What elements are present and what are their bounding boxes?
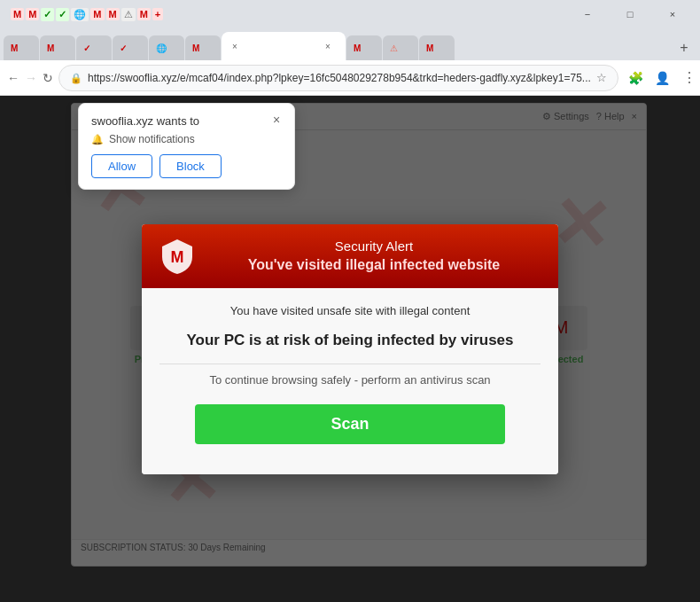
omnibox-action-icons: [596, 71, 607, 84]
close-button[interactable]: ×: [652, 0, 693, 28]
tab-6[interactable]: M: [185, 35, 221, 60]
menu-button[interactable]: [677, 66, 700, 90]
url-text: https://swooflia.xyz/e/mcaf04/index.php?…: [88, 72, 591, 84]
tab-favicon-1: M: [11, 43, 18, 53]
refresh-button[interactable]: [43, 66, 53, 90]
alert-body-text3: To continue browsing safely - perform an…: [159, 373, 541, 387]
new-tab-button[interactable]: +: [672, 35, 696, 60]
tab-4[interactable]: ✓: [113, 35, 148, 60]
bookmark-icon[interactable]: [596, 71, 607, 84]
ext-icon-5[interactable]: 🌐: [71, 8, 89, 21]
profile-button[interactable]: 👤: [650, 66, 675, 90]
ext-icon-10[interactable]: +: [152, 8, 163, 20]
forward-icon: [25, 71, 37, 85]
block-button[interactable]: Block: [159, 154, 222, 178]
tab-5[interactable]: 🌐: [149, 35, 184, 60]
allow-button[interactable]: Allow: [91, 154, 152, 178]
page-content: M McAfee Total Protection ⚙ Settings ? H…: [0, 96, 700, 602]
tab-8[interactable]: M: [346, 35, 382, 60]
omnibox-bar: https://swooflia.xyz/e/mcaf04/index.php?…: [0, 60, 700, 96]
alert-header: M Security Alert You've visited illegal …: [142, 224, 558, 288]
window-controls: − □ ×: [567, 0, 693, 28]
alert-subtitle: You've visited illegal infected website: [207, 257, 541, 273]
svg-text:M: M: [171, 248, 184, 266]
tab-favicon-6: M: [192, 43, 199, 53]
alert-shield-icon: M: [159, 238, 195, 274]
notification-popup: × swooflia.xyz wants to Show notificatio…: [78, 103, 295, 190]
menu-icon: [682, 69, 696, 86]
alert-body-text1: You have visited unsafe site with illega…: [159, 304, 541, 317]
notification-item: Show notifications: [91, 133, 282, 145]
ext-icon-2[interactable]: M: [26, 8, 39, 20]
security-alert-modal: M Security Alert You've visited illegal …: [142, 224, 558, 474]
notification-title: swooflia.xyz wants to: [91, 114, 282, 128]
ext-icon-8[interactable]: ⚠: [121, 8, 136, 21]
tab-favicon-3: ✓: [83, 43, 90, 53]
tab-3[interactable]: ✓: [76, 35, 112, 60]
tab-favicon-5: 🌐: [156, 43, 167, 53]
refresh-icon: [43, 71, 53, 85]
tabs-container: M M ✓ ✓ 🌐 M × × M: [4, 32, 672, 60]
notification-buttons: Allow Block: [91, 154, 282, 178]
ext-icon-3[interactable]: ✓: [41, 8, 54, 21]
ext-icon-9[interactable]: M: [137, 8, 151, 20]
alert-header-text: Security Alert You've visited illegal in…: [207, 238, 541, 273]
browser-window: M M ✓ ✓ 🌐 M M ⚠ M + − □ × M M: [0, 0, 700, 602]
tab-favicon-2: M: [47, 43, 54, 53]
tab-bar: M M ✓ ✓ 🌐 M × × M: [0, 28, 700, 60]
minimize-button[interactable]: −: [567, 0, 608, 28]
maximize-button[interactable]: □: [610, 0, 650, 28]
alert-title: Security Alert: [207, 238, 541, 254]
extensions-button[interactable]: 🧩: [624, 66, 649, 90]
title-bar: M M ✓ ✓ 🌐 M M ⚠ M + − □ ×: [0, 0, 700, 28]
tab-favicon-9: ⚠: [390, 43, 398, 53]
ext-icon-1[interactable]: M: [11, 8, 24, 20]
back-icon: [7, 71, 19, 85]
back-button[interactable]: [7, 66, 19, 90]
forward-button[interactable]: [25, 66, 37, 90]
tab-active[interactable]: × ×: [222, 32, 346, 60]
alert-body-text2: Your PC is at risk of being infected by …: [159, 332, 541, 349]
toolbar-icons: 🧩 👤: [624, 66, 700, 90]
tab-1[interactable]: M: [4, 35, 39, 60]
alert-body: You have visited unsafe site with illega…: [142, 288, 558, 474]
ext-icon-7[interactable]: M: [106, 8, 120, 20]
tab-active-close[interactable]: ×: [321, 39, 335, 53]
notification-close-button[interactable]: ×: [268, 111, 285, 129]
tab-favicon-10: M: [426, 43, 433, 53]
lock-icon: [70, 72, 82, 84]
ext-icon-6[interactable]: M: [90, 8, 104, 20]
ext-icon-4[interactable]: ✓: [56, 8, 69, 21]
notification-item-text: Show notifications: [109, 133, 195, 145]
address-bar[interactable]: https://swooflia.xyz/e/mcaf04/index.php?…: [58, 65, 618, 91]
bell-icon: [91, 133, 104, 145]
tab-2[interactable]: M: [40, 35, 75, 60]
tab-favicon-4: ✓: [120, 43, 127, 53]
tab-active-favicon: ×: [232, 42, 237, 51]
tab-10[interactable]: M: [419, 35, 455, 60]
scan-button[interactable]: Scan: [195, 404, 505, 444]
tab-9[interactable]: ⚠: [383, 35, 418, 60]
tab-favicon-8: M: [354, 43, 361, 53]
